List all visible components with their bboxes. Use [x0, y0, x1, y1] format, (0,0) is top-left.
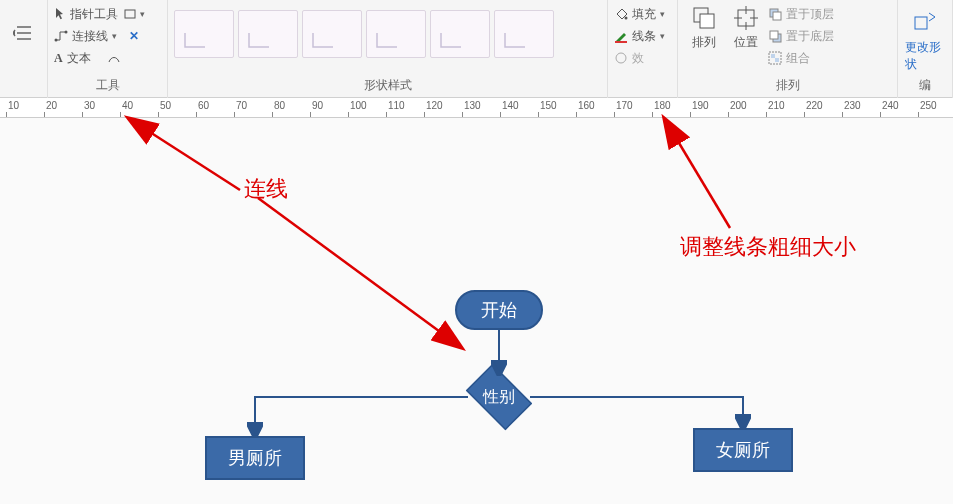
- arrange-group: 排列 位置 置于顶层 置于底层 组合 排列: [678, 0, 898, 98]
- tools-group-label: 工具: [48, 77, 167, 98]
- change-shape-icon: [911, 9, 939, 37]
- arrange-label: 排列: [692, 34, 716, 51]
- arrange-group-label: 排列: [678, 77, 897, 98]
- style-thumb-5[interactable]: [430, 10, 490, 58]
- outdent-icon[interactable]: [13, 24, 35, 45]
- line-button[interactable]: 线条 ▾: [614, 26, 665, 46]
- tools-group: 指针工具 ▾ 连接线 ▾ ✕ A 文本: [48, 0, 168, 98]
- svg-point-2: [65, 31, 68, 34]
- style-thumb-2[interactable]: [238, 10, 298, 58]
- send-back-label: 置于底层: [786, 28, 834, 45]
- style-gallery: [174, 4, 554, 58]
- edit-group-label: 编: [898, 77, 952, 98]
- svg-rect-12: [770, 31, 778, 39]
- shape-styles-group-label: 形状样式: [168, 77, 607, 98]
- text-tool-label: 文本: [67, 50, 91, 67]
- change-shape-group: 更改形状 编: [898, 0, 953, 98]
- chevron-down-icon: ▾: [112, 31, 117, 41]
- connector-tool-label: 连接线: [72, 28, 108, 45]
- pointer-tool-button[interactable]: 指针工具: [54, 4, 118, 24]
- chevron-down-icon: ▾: [660, 31, 665, 41]
- svg-point-5: [616, 53, 626, 63]
- fill-label: 填充: [632, 6, 656, 23]
- flow-connectors: [0, 118, 953, 504]
- change-shape-button[interactable]: 更改形状: [905, 9, 945, 73]
- effect-icon: [614, 51, 628, 65]
- style-thumb-4[interactable]: [366, 10, 426, 58]
- style-thumb-1[interactable]: [174, 10, 234, 58]
- pointer-tool-label: 指针工具: [70, 6, 118, 23]
- line-label: 线条: [632, 28, 656, 45]
- drawing-canvas[interactable]: 连线 调整线条粗细大小 开始 性别 男厕所 女厕所: [0, 118, 953, 504]
- effect-button[interactable]: 效: [614, 48, 644, 68]
- change-shape-label: 更改形状: [905, 39, 945, 73]
- svg-rect-7: [700, 14, 714, 28]
- connector-icon: [54, 30, 68, 42]
- bucket-icon: [614, 7, 628, 21]
- pen-icon: [614, 29, 628, 43]
- text-icon: A: [54, 51, 63, 66]
- delete-icon[interactable]: ✕: [129, 26, 139, 46]
- fill-line-group: 填充 ▾ 线条 ▾ 效: [608, 0, 678, 98]
- group-button[interactable]: 组合: [768, 48, 834, 68]
- horizontal-ruler: 1020304050607080901001101201301401501601…: [0, 98, 953, 118]
- arrange-icon: [690, 4, 718, 32]
- svg-point-1: [55, 39, 58, 42]
- group-icon: [768, 51, 782, 65]
- style-thumb-3[interactable]: [302, 10, 362, 58]
- svg-rect-15: [775, 58, 779, 62]
- ink-icon[interactable]: [107, 48, 121, 68]
- pointer-icon: [54, 7, 66, 21]
- bring-front-label: 置于顶层: [786, 6, 834, 23]
- svg-rect-10: [773, 12, 781, 20]
- position-button[interactable]: 位置: [726, 4, 766, 51]
- effect-label: 效: [632, 50, 644, 67]
- indent-group: [0, 0, 48, 98]
- text-tool-button[interactable]: A 文本: [54, 48, 91, 68]
- rectangle-dropdown[interactable]: ▾: [124, 4, 145, 24]
- svg-point-3: [625, 17, 628, 20]
- arrange-button[interactable]: 排列: [684, 4, 724, 51]
- send-back-button[interactable]: 置于底层: [768, 26, 834, 46]
- rectangle-icon: [124, 9, 136, 19]
- bring-front-button[interactable]: 置于顶层: [768, 4, 834, 24]
- svg-rect-0: [125, 10, 135, 18]
- connector-tool-button[interactable]: 连接线 ▾: [54, 26, 117, 46]
- shape-styles-group: 形状样式: [168, 0, 608, 98]
- svg-rect-4: [615, 41, 627, 43]
- svg-rect-16: [915, 17, 927, 29]
- group-label: 组合: [786, 50, 810, 67]
- position-icon: [732, 4, 760, 32]
- fill-button[interactable]: 填充 ▾: [614, 4, 665, 24]
- chevron-down-icon: ▾: [660, 9, 665, 19]
- position-label: 位置: [734, 34, 758, 51]
- chevron-down-icon: ▾: [140, 9, 145, 19]
- back-icon: [768, 29, 782, 43]
- ribbon: 指针工具 ▾ 连接线 ▾ ✕ A 文本: [0, 0, 953, 98]
- style-thumb-6[interactable]: [494, 10, 554, 58]
- front-icon: [768, 7, 782, 21]
- svg-rect-14: [771, 54, 775, 58]
